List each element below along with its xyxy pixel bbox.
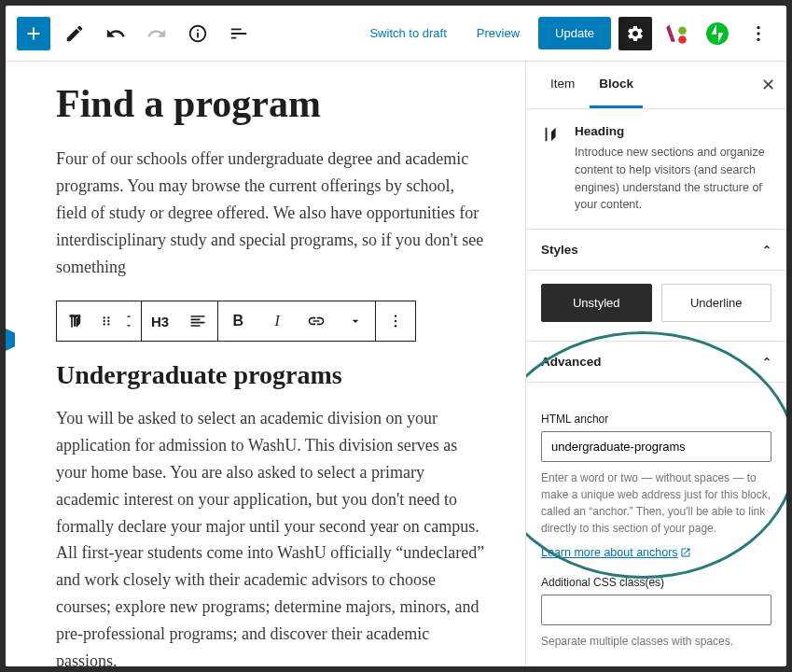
- more-rich-text-button[interactable]: [336, 301, 375, 341]
- outline-button[interactable]: [222, 17, 256, 50]
- heading-block[interactable]: Undergraduate programs: [56, 360, 488, 390]
- link-button[interactable]: [297, 301, 336, 341]
- chevron-up-icon: ⌃: [762, 244, 771, 257]
- advanced-section-body: HTML anchor Enter a word or two — withou…: [526, 383, 786, 666]
- block-description: Introduce new sections and organize cont…: [575, 144, 771, 214]
- heading-block-icon: [541, 124, 562, 214]
- edit-mode-button[interactable]: [58, 17, 91, 50]
- svg-point-14: [395, 325, 396, 327]
- css-help-text: Separate multiple classes with spaces.: [541, 633, 771, 650]
- move-arrows[interactable]: [117, 301, 141, 341]
- top-toolbar: Switch to draft Preview Update: [6, 6, 786, 62]
- svg-point-2: [706, 22, 729, 45]
- switch-to-draft-button[interactable]: Switch to draft: [358, 19, 457, 48]
- css-classes-label: Additional CSS class(es): [541, 576, 771, 589]
- heading-level-button[interactable]: H3: [142, 301, 178, 341]
- bold-button[interactable]: B: [218, 301, 257, 341]
- italic-button[interactable]: I: [257, 301, 297, 341]
- drag-handle[interactable]: [96, 301, 117, 341]
- post-title[interactable]: Find a program: [56, 80, 488, 127]
- block-toolbar: H3 B I: [56, 301, 416, 342]
- styles-section-body: Unstyled Underline: [526, 271, 786, 342]
- svg-point-3: [757, 25, 759, 28]
- svg-point-4: [757, 32, 759, 35]
- tab-block[interactable]: Block: [590, 62, 643, 108]
- undo-button[interactable]: [99, 17, 132, 50]
- style-option-unstyled[interactable]: Unstyled: [541, 284, 652, 322]
- yoast-icon[interactable]: [660, 17, 693, 50]
- svg-point-5: [757, 37, 759, 40]
- svg-point-9: [107, 320, 109, 322]
- svg-point-0: [678, 26, 687, 35]
- anchor-help-text: Enter a word or two — without spaces — t…: [541, 469, 771, 537]
- svg-point-13: [395, 320, 396, 322]
- info-button[interactable]: [181, 17, 215, 50]
- anchor-learn-more-link[interactable]: Learn more about anchors: [541, 546, 691, 559]
- close-sidebar-button[interactable]: ✕: [761, 75, 775, 95]
- svg-point-10: [104, 324, 105, 326]
- style-option-underline[interactable]: Underline: [661, 284, 772, 322]
- tab-item[interactable]: Item: [541, 62, 584, 108]
- svg-point-11: [107, 324, 109, 326]
- advanced-section-header[interactable]: Advanced ⌃: [526, 342, 786, 383]
- svg-point-12: [395, 315, 396, 317]
- paragraph-block[interactable]: Four of our schools offer undergraduate …: [56, 146, 488, 280]
- anchor-label: HTML anchor: [541, 413, 771, 426]
- block-info-panel: Heading Introduce new sections and organ…: [526, 109, 786, 230]
- svg-point-8: [104, 320, 105, 322]
- block-type-icon[interactable]: [57, 301, 96, 341]
- block-options-button[interactable]: [376, 301, 415, 341]
- styles-section-header[interactable]: Styles ⌃: [526, 230, 786, 271]
- paragraph-block[interactable]: You will be asked to select an academic …: [56, 405, 488, 666]
- more-menu-button[interactable]: [742, 17, 775, 50]
- preview-button[interactable]: Preview: [465, 19, 531, 48]
- html-anchor-input[interactable]: [541, 431, 771, 462]
- sidebar-tabs: Item Block ✕: [526, 62, 786, 109]
- settings-sidebar: Item Block ✕ Heading Introduce new secti…: [525, 62, 786, 666]
- jetpack-icon[interactable]: [701, 17, 734, 50]
- css-classes-input[interactable]: [541, 595, 771, 625]
- update-button[interactable]: Update: [538, 17, 611, 49]
- chevron-up-icon: ⌃: [762, 356, 771, 369]
- svg-point-1: [678, 35, 687, 44]
- redo-button[interactable]: [140, 17, 174, 50]
- add-block-button[interactable]: [17, 17, 50, 50]
- align-button[interactable]: [178, 301, 217, 341]
- block-name-label: Heading: [575, 124, 771, 138]
- settings-button[interactable]: [618, 17, 652, 50]
- editor-canvas[interactable]: Find a program Four of our schools offer…: [6, 62, 525, 666]
- svg-point-7: [107, 317, 109, 319]
- svg-point-6: [104, 317, 105, 319]
